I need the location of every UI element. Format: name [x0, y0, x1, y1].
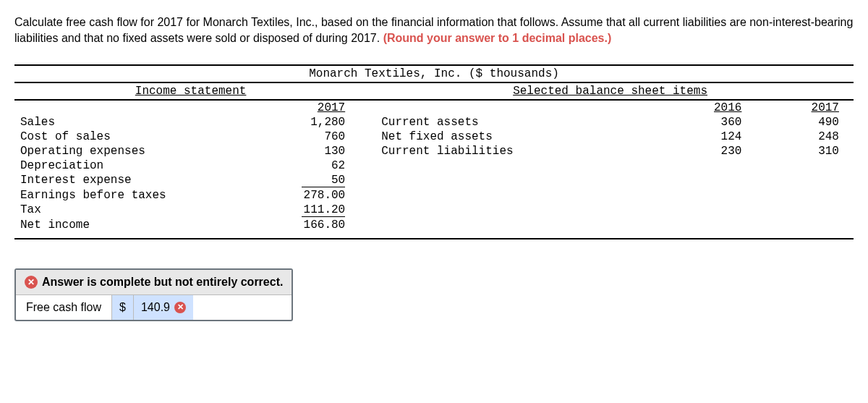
- table-row: Cost of sales 760: [14, 130, 367, 144]
- table-row: Depreciation 62: [14, 158, 367, 173]
- is-value: 1,280: [261, 116, 367, 129]
- bs-label: Current liabilities: [367, 145, 659, 158]
- bs-value-2017: 248: [756, 130, 854, 143]
- income-statement-header: Income statement: [14, 83, 367, 99]
- is-label: Depreciation: [14, 159, 261, 172]
- is-value: 50: [261, 174, 367, 187]
- is-value: 111.20: [261, 203, 367, 217]
- bs-value-2016: 360: [659, 116, 757, 129]
- table-row: Earnings before taxes 278.00: [14, 188, 367, 203]
- feedback-box: ✕ Answer is complete but not entirely co…: [14, 268, 293, 321]
- is-label: Net income: [14, 219, 261, 232]
- is-value: 760: [261, 130, 367, 143]
- is-value: 62: [261, 159, 367, 172]
- table-row: Net income 166.80: [14, 218, 367, 232]
- table-row: Tax 111.20: [14, 203, 367, 218]
- incorrect-icon: ✕: [25, 276, 38, 289]
- table-row: Sales 1,280: [14, 115, 367, 130]
- is-label: Cost of sales: [14, 130, 261, 143]
- answer-label: Free cash flow: [16, 295, 112, 320]
- table-row: Interest expense 50: [14, 173, 367, 188]
- bs-value-2017: 490: [756, 116, 854, 129]
- incorrect-icon: ✕: [174, 302, 186, 313]
- bs-value-2016: 124: [659, 130, 757, 143]
- table-row: Net fixed assets 124 248: [367, 130, 854, 144]
- answer-value-cell[interactable]: 140.9 ✕: [134, 295, 193, 320]
- income-statement-section: 2017 Sales 1,280 Cost of sales 760 Opera…: [14, 101, 367, 232]
- bs-label: Net fixed assets: [367, 130, 659, 143]
- table-row: Current liabilities 230 310: [367, 144, 854, 158]
- bs-label: Current assets: [367, 116, 659, 129]
- is-value: 278.00: [261, 189, 367, 202]
- is-value: 130: [261, 145, 367, 158]
- feedback-text: Answer is complete but not entirely corr…: [42, 276, 283, 289]
- bs-value-2016: 230: [659, 145, 757, 158]
- table-row: Operating expenses 130: [14, 144, 367, 158]
- question-instruction: (Round your answer to 1 decimal places.): [383, 32, 612, 44]
- balance-sheet-section: 2016 2017 Current assets 360 490 Net fix…: [367, 101, 854, 232]
- bs-year-2016: 2016: [659, 101, 757, 114]
- bs-value-2017: 310: [756, 145, 854, 158]
- answer-row: Free cash flow $ 140.9 ✕: [16, 295, 292, 320]
- is-value: 166.80: [261, 219, 367, 232]
- answer-value: 140.9: [141, 301, 170, 314]
- is-label: Tax: [14, 203, 261, 217]
- section-headers-row: Income statement Selected balance sheet …: [14, 83, 854, 101]
- answer-currency: $: [112, 295, 134, 320]
- question-text: Calculate free cash flow for 2017 for Mo…: [14, 14, 854, 47]
- is-label: Interest expense: [14, 174, 261, 187]
- is-label: Earnings before taxes: [14, 189, 261, 202]
- is-label: Operating expenses: [14, 145, 261, 158]
- is-year-2017: 2017: [261, 101, 367, 114]
- balance-sheet-header: Selected balance sheet items: [367, 83, 854, 99]
- feedback-header: ✕ Answer is complete but not entirely co…: [16, 270, 292, 295]
- is-label: Sales: [14, 116, 261, 129]
- table-title: Monarch Textiles, Inc. ($ thousands): [14, 64, 854, 83]
- financial-table: Monarch Textiles, Inc. ($ thousands) Inc…: [14, 64, 854, 239]
- bs-year-2017: 2017: [756, 101, 854, 114]
- table-row: Current assets 360 490: [367, 115, 854, 130]
